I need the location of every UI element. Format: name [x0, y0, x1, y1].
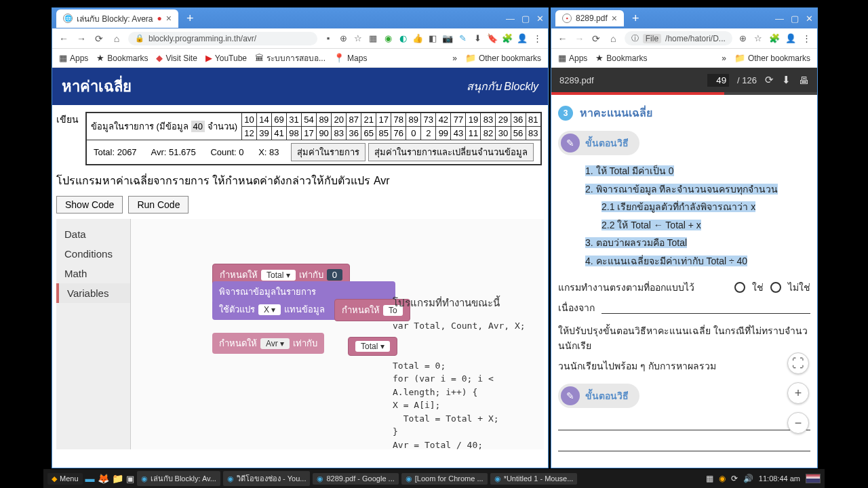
ext-icon-9[interactable]: 🔖 — [487, 33, 498, 44]
address-bar[interactable]: ⓘ File /home/hatori/D... — [625, 31, 732, 45]
toolbox-variables[interactable]: Variables — [56, 283, 130, 303]
task-mouse[interactable]: ◉*Untitled 1 - Mouse... — [490, 473, 578, 485]
task-blockly[interactable]: ◉เล่นกับ Blockly: Av... — [137, 471, 220, 486]
bookmarks-button[interactable]: ★Bookmarks — [595, 53, 647, 63]
ext-icon-2[interactable]: ◉ — [382, 33, 393, 44]
ext-icon-4[interactable]: 👍 — [412, 33, 423, 44]
address-bar[interactable]: 🔒 blockly.programming.in.th/avr/ — [128, 32, 317, 45]
tray-chrome-icon[interactable]: ◉ — [719, 474, 726, 483]
maximize-button[interactable]: ▢ — [521, 14, 530, 24]
avatar-icon[interactable]: 👤 — [785, 33, 796, 44]
tray-workspace-icon[interactable]: ▦ — [706, 474, 713, 483]
task-youtube[interactable]: ◉วิดีโอของช่อง - You... — [223, 471, 311, 486]
step-number: 3 — [558, 106, 573, 121]
rotate-icon[interactable]: ⟳ — [765, 74, 774, 86]
bookmarks-button[interactable]: ★Bookmarks — [96, 53, 148, 63]
radio-no[interactable] — [770, 282, 781, 293]
new-tab-button[interactable]: + — [182, 12, 198, 26]
star-icon[interactable]: ☆ — [353, 33, 363, 44]
ext-icon-3[interactable]: ◐ — [397, 33, 408, 44]
browser-window-right: ▪ 8289.pdf × + — ▢ ✕ ← → ⟳ ⌂ ⓘ File /hom… — [551, 7, 818, 468]
ext-icon-7[interactable]: ✎ — [457, 33, 468, 44]
browser-tab[interactable]: ▪ 8289.pdf × — [555, 10, 624, 26]
overflow-icon[interactable]: » — [452, 54, 457, 63]
exam-bookmark[interactable]: 🏛ระบบการสอบอ... — [255, 52, 326, 64]
zoom-in-button[interactable]: + — [787, 382, 809, 404]
radio-yes[interactable] — [734, 282, 745, 293]
bookmarks-bar: ▦Apps ★Bookmarks ◆Visit Site ▶YouTube 🏛ร… — [52, 49, 548, 68]
show-code-button[interactable]: Show Code — [56, 196, 123, 214]
reload-button[interactable]: ⟳ — [93, 33, 105, 44]
zoom-icon[interactable]: ⊕ — [738, 33, 748, 44]
back-button[interactable]: ← — [58, 33, 70, 44]
puzzle-icon[interactable]: 🧩 — [769, 33, 780, 44]
close-button[interactable]: ✕ — [536, 14, 544, 24]
desktop-icon[interactable]: ▬ — [85, 473, 95, 484]
other-bookmarks[interactable]: 📁Other bookmarks — [465, 53, 541, 63]
avatar-icon[interactable]: 👤 — [517, 33, 528, 44]
tray-volume-icon[interactable]: 🔊 — [743, 474, 753, 483]
files-icon[interactable]: 📁 — [112, 473, 123, 484]
minimize-button[interactable]: — — [506, 14, 515, 24]
forward-button[interactable]: → — [574, 33, 585, 44]
visitsite-bookmark[interactable]: ◆Visit Site — [156, 53, 197, 63]
block-set-avr[interactable]: กำหนดให้ Avr ▾ เท่ากับ — [212, 333, 324, 354]
puzzle-icon[interactable]: 🧩 — [502, 33, 513, 44]
maximize-button[interactable]: ▢ — [791, 14, 799, 24]
pdf-page[interactable]: 3 หาคะแนนเฉลี่ย ✎ ขั้นตอนวิธี 1. ให้ Tot… — [551, 95, 817, 468]
back-button[interactable]: ← — [557, 33, 568, 44]
home-button[interactable]: ⌂ — [111, 33, 123, 44]
tab-title: เล่นกับ Blockly: Avera — [77, 12, 153, 25]
zoom-icon[interactable]: ⊕ — [338, 33, 349, 44]
minimize-button[interactable]: — — [775, 14, 784, 24]
answer-line[interactable] — [601, 302, 810, 314]
ext-icon-8[interactable]: ⬇ — [472, 33, 483, 44]
clock[interactable]: 11:08:44 am — [759, 474, 800, 483]
toolbox-data[interactable]: Data — [56, 224, 130, 244]
youtube-bookmark[interactable]: ▶YouTube — [205, 53, 247, 63]
overflow-icon[interactable]: » — [722, 54, 726, 63]
forward-button[interactable]: → — [75, 33, 87, 44]
keyboard-layout-icon[interactable] — [806, 474, 821, 483]
terminal-icon[interactable]: ▣ — [126, 474, 134, 484]
home-button[interactable]: ⌂ — [608, 33, 619, 44]
new-tab-button[interactable]: + — [628, 12, 644, 26]
browser-tab[interactable]: 🌐 เล่นกับ Blockly: Avera ● × — [56, 9, 178, 28]
close-button[interactable]: ✕ — [806, 14, 813, 24]
camera-icon[interactable]: ▪ — [323, 33, 334, 44]
menu-icon[interactable]: ⋮ — [802, 33, 812, 44]
page-input[interactable] — [707, 74, 729, 87]
ext-icon-1[interactable]: ▦ — [368, 33, 378, 44]
close-icon[interactable]: × — [166, 13, 172, 24]
ext-icon-6[interactable]: 📷 — [442, 33, 453, 44]
block-total-pill[interactable]: Total ▾ — [348, 337, 397, 356]
firefox-icon[interactable]: 🦊 — [98, 473, 109, 484]
tray-update-icon[interactable]: ⟳ — [731, 474, 738, 483]
zoom-out-button[interactable]: − — [787, 412, 809, 434]
page-title: หาค่าเฉลี่ย — [62, 75, 132, 98]
star-icon[interactable]: ☆ — [753, 33, 764, 44]
download-icon[interactable]: ⬇ — [782, 74, 791, 86]
maps-bookmark[interactable]: 📍Maps — [334, 53, 367, 63]
apps-bookmark[interactable]: ▦Apps — [59, 53, 88, 63]
ext-icon-5[interactable]: ◧ — [427, 33, 438, 44]
fit-button[interactable]: ⛶ — [787, 352, 809, 374]
toolbox-math[interactable]: Math — [56, 264, 130, 283]
apps-bookmark[interactable]: ▦Apps — [558, 53, 587, 63]
task-loom[interactable]: ◉[Loom for Chrome ... — [401, 473, 488, 485]
toolbox-conditions[interactable]: Conditions — [56, 244, 130, 264]
print-icon[interactable]: 🖶 — [799, 75, 809, 86]
random-button[interactable]: สุ่มค่าในรายการ — [291, 143, 366, 161]
page-total: / 126 — [737, 75, 757, 85]
menu-icon[interactable]: ⋮ — [532, 33, 542, 44]
close-icon[interactable]: × — [612, 13, 617, 24]
reload-button[interactable]: ⟳ — [591, 33, 602, 44]
other-bookmarks[interactable]: 📁Other bookmarks — [734, 53, 810, 63]
code-body: var Total, Count, Avr, X; Total = 0; for… — [393, 319, 545, 451]
task-pdf[interactable]: ◉8289.pdf - Google ... — [313, 473, 398, 485]
random-change-button[interactable]: สุ่มค่าในรายการและเปลี่ยนจำนวนข้อมูล — [368, 143, 534, 161]
run-code-button[interactable]: Run Code — [128, 196, 189, 214]
record-icon: ● — [157, 14, 161, 23]
start-menu[interactable]: ◆Menu — [47, 473, 83, 485]
titlebar: 🌐 เล่นกับ Blockly: Avera ● × + — ▢ ✕ — [52, 8, 548, 28]
